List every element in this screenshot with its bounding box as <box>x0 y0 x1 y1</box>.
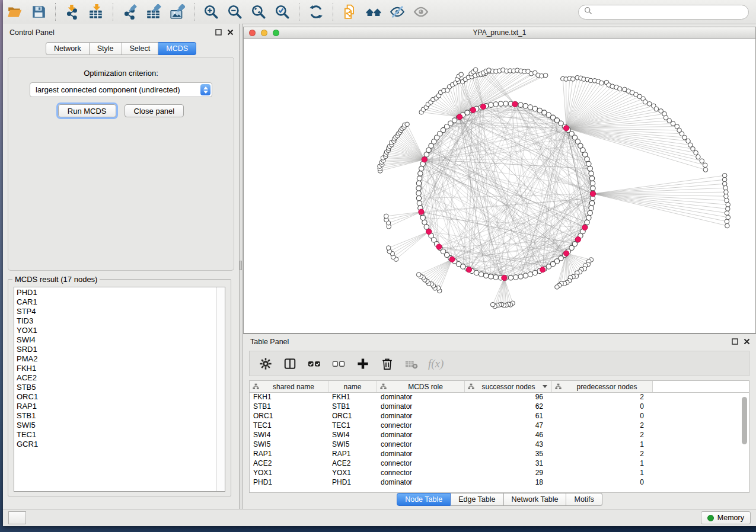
mcds-result-item[interactable]: SWI4 <box>14 335 216 345</box>
tab-node-table[interactable]: Node Table <box>397 493 451 506</box>
select-all-button[interactable] <box>307 356 322 371</box>
sort-chevron-icon <box>543 385 547 388</box>
toolbar-separator <box>194 3 194 21</box>
minimize-window-icon[interactable] <box>261 30 267 36</box>
cell-pred: 0 <box>552 402 653 411</box>
open-file-button[interactable] <box>6 3 24 21</box>
mcds-result-item[interactable]: ORC1 <box>14 392 216 402</box>
zoom-in-button[interactable] <box>202 3 220 21</box>
status-bar: Memory <box>3 509 756 526</box>
mcds-result-item[interactable]: SWI5 <box>14 421 216 430</box>
list-scrollbar[interactable] <box>216 287 225 491</box>
column-header-successor-nodes[interactable]: successor nodes <box>465 381 552 392</box>
table-row[interactable]: TEC1TEC1connector472 <box>250 421 739 430</box>
network-window-titlebar[interactable]: YPA_prune.txt_1 <box>244 27 755 39</box>
column-header-MCDS-role[interactable]: MCDS role <box>377 381 465 392</box>
table-row[interactable]: YOX1YOX1connector291 <box>250 468 739 477</box>
column-header-name[interactable]: name <box>328 381 377 392</box>
optimization-criterion-value: largest connected component (undirected) <box>30 85 200 94</box>
delete-column-button[interactable] <box>379 356 395 371</box>
search-input[interactable] <box>596 7 743 17</box>
table-row[interactable]: STB1STB1dominator620 <box>250 402 739 411</box>
zoom-fit-button[interactable] <box>250 3 267 21</box>
splitter-handle[interactable] <box>240 261 242 270</box>
mcds-result-item[interactable]: RAP1 <box>14 402 216 411</box>
mcds-result-item[interactable]: CAR1 <box>14 297 216 307</box>
mcds-result-item[interactable]: SRD1 <box>14 345 216 354</box>
first-neighbors-button[interactable] <box>365 3 382 21</box>
plus-icon <box>356 357 369 370</box>
hide-selected-button[interactable] <box>388 3 406 21</box>
tab-style[interactable]: Style <box>90 42 122 55</box>
mcds-result-item[interactable]: STB1 <box>14 411 216 421</box>
cell-succ: 35 <box>465 449 552 459</box>
export-table-button[interactable] <box>145 3 162 21</box>
tab-edge-table[interactable]: Edge Table <box>451 493 503 506</box>
cell-shared: ACE2 <box>250 459 328 468</box>
mcds-result-item[interactable]: STB5 <box>14 383 216 392</box>
cell-role: connector <box>377 421 465 430</box>
column-header-shared-name[interactable]: shared name <box>250 381 328 392</box>
shared-column-icon <box>468 383 474 390</box>
cell-name: ACE2 <box>328 459 377 468</box>
optimization-criterion-select[interactable]: largest connected component (undirected) <box>30 82 212 97</box>
mcds-result-item[interactable]: TID3 <box>14 316 216 326</box>
close-window-icon[interactable] <box>249 30 256 36</box>
mcds-result-item[interactable]: PHD1 <box>14 288 216 297</box>
mcds-result-item[interactable]: ACE2 <box>14 373 216 383</box>
table-row[interactable]: RAP1RAP1dominator352 <box>250 449 739 459</box>
refresh-layout-button[interactable] <box>307 3 325 21</box>
table-settings-button[interactable] <box>258 356 273 371</box>
function-builder-button[interactable]: f(x) <box>428 357 444 370</box>
add-column-button[interactable] <box>355 356 371 371</box>
table-row[interactable]: SWI5SWI5connector431 <box>250 440 739 449</box>
save-session-button[interactable] <box>30 3 47 21</box>
mcds-result-item[interactable]: STP4 <box>14 307 216 316</box>
duplicate-network-button[interactable] <box>341 3 359 21</box>
memory-button[interactable]: Memory <box>701 511 751 524</box>
zoom-selected-button[interactable] <box>273 3 291 21</box>
column-header-predecessor-nodes[interactable]: predecessor nodes <box>552 381 653 392</box>
cell-shared: TEC1 <box>250 421 328 430</box>
float-panel-icon[interactable] <box>732 338 738 345</box>
deselect-all-button[interactable] <box>331 356 346 371</box>
float-panel-icon[interactable] <box>215 29 222 36</box>
table-row[interactable]: FKH1FKH1dominator962 <box>250 392 739 402</box>
show-columns-button[interactable] <box>282 356 298 371</box>
tab-select[interactable]: Select <box>122 42 159 55</box>
import-network-icon <box>65 4 80 20</box>
show-all-button[interactable] <box>412 3 430 21</box>
table-scrollbar[interactable] <box>741 393 748 491</box>
tab-motifs[interactable]: Motifs <box>566 493 602 506</box>
network-canvas[interactable] <box>244 39 755 333</box>
export-image-button[interactable] <box>168 3 186 21</box>
mcds-result-item[interactable]: TEC1 <box>14 430 216 440</box>
table-row[interactable]: SWI4SWI4dominator462 <box>250 430 739 440</box>
run-mcds-button[interactable]: Run MCDS <box>58 104 116 117</box>
cell-succ: 47 <box>465 421 552 430</box>
import-table-button[interactable] <box>87 3 105 21</box>
task-history-button[interactable] <box>8 511 26 524</box>
table-row[interactable]: ORC1ORC1dominator610 <box>250 411 739 421</box>
maximize-window-icon[interactable] <box>273 30 279 36</box>
mcds-result-item[interactable]: GCR1 <box>14 440 216 449</box>
tab-network[interactable]: Network <box>46 42 90 55</box>
delete-table-button[interactable] <box>404 356 419 371</box>
cell-shared: PHD1 <box>250 477 328 487</box>
zoom-out-button[interactable] <box>226 3 244 21</box>
import-network-button[interactable] <box>63 3 81 21</box>
mcds-result-item[interactable]: PMA2 <box>14 354 216 364</box>
scrollbar-thumb[interactable] <box>742 397 747 444</box>
close-panel-icon[interactable] <box>227 29 234 36</box>
close-panel-icon[interactable] <box>744 338 750 345</box>
mcds-result-item[interactable]: YOX1 <box>14 326 216 335</box>
export-network-button[interactable] <box>121 3 139 21</box>
table-row[interactable]: PHD1PHD1dominator180 <box>250 477 739 487</box>
column-label: predecessor nodes <box>562 383 652 391</box>
close-panel-button[interactable]: Close panel <box>125 104 184 117</box>
tab-network-table[interactable]: Network Table <box>504 493 567 506</box>
mcds-result-item[interactable]: FKH1 <box>14 364 216 373</box>
table-row[interactable]: ACE2ACE2connector311 <box>250 459 739 468</box>
tab-mcds[interactable]: MCDS <box>158 42 196 55</box>
search-field[interactable] <box>578 5 749 20</box>
